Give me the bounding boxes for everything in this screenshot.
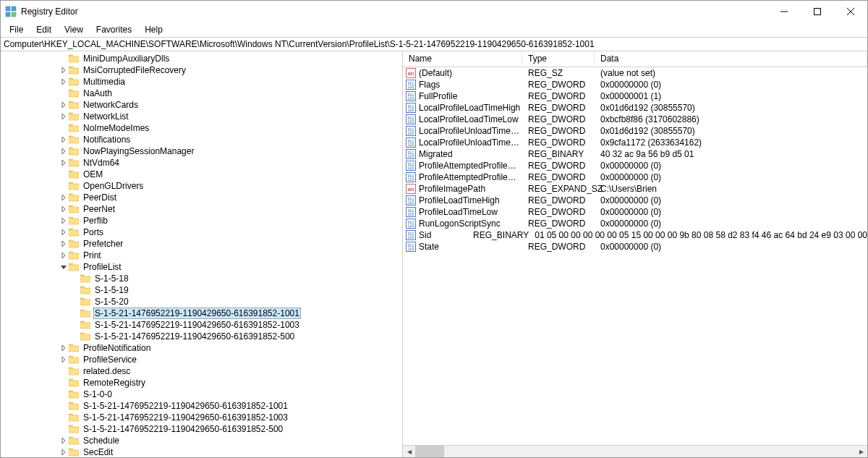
tree-row[interactable]: Print [1,250,402,261]
tree-row[interactable]: S-1-5-19 [1,284,402,296]
list-pane: Name Type Data ab(Default)REG_SZ(value n… [403,51,867,457]
list-row[interactable]: 011110ProfileAttemptedProfileDownlo...RE… [403,160,867,171]
list-row[interactable]: 011110ProfileLoadTimeHighREG_DWORD0x0000… [403,195,867,206]
menu-help[interactable]: Help [139,23,169,36]
svg-text:110: 110 [408,200,414,205]
tree-row[interactable]: PeerNet [1,203,402,215]
value-type: REG_EXPAND_SZ [522,184,595,194]
list-row[interactable]: abProfileImagePathREG_EXPAND_SZC:\Users\… [403,183,867,195]
tree-row[interactable]: SecEdit [1,446,402,457]
tree-row[interactable]: Notifications [1,134,402,145]
col-data[interactable]: Data [595,51,867,67]
tree-row[interactable]: S-1-5-21-1476952219-1190429650-616391852… [1,423,402,435]
tree-row[interactable]: NaAuth [1,88,402,99]
tree-row[interactable]: NetworkCards [1,99,402,111]
tree-row[interactable]: related.desc [1,365,402,377]
list-hscroll[interactable]: ◀ ▶ [403,445,867,457]
list-row[interactable]: 011110SidREG_BINARY01 05 00 00 00 00 00 … [403,229,867,241]
chevron-right-icon[interactable] [59,345,69,351]
list-row[interactable]: 011110LocalProfileLoadTimeHighREG_DWORD0… [403,102,867,114]
tree-row[interactable]: NoImeModeImes [1,122,402,134]
list-row[interactable]: 011110LocalProfileUnloadTimeLowREG_DWORD… [403,137,867,148]
chevron-right-icon[interactable] [59,357,69,362]
tree-row[interactable]: Perflib [1,215,402,226]
tree-row[interactable]: S-1-5-20 [1,296,402,308]
tree-row[interactable]: ProfileNotification [1,342,402,354]
tree-row[interactable]: S-1-5-21-1476952219-1190429650-616391852… [1,412,402,423]
tree-item-label: OEM [82,169,104,179]
list-row[interactable]: 011110StateREG_DWORD0x00000000 (0) [403,241,867,253]
tree-row[interactable]: NetworkList [1,111,402,122]
menu-file[interactable]: File [4,23,29,36]
chevron-right-icon[interactable] [59,241,69,247]
tree-row[interactable]: RemoteRegistry [1,377,402,389]
list-row[interactable]: 011110RunLogonScriptSyncREG_DWORD0x00000… [403,218,867,229]
scroll-left-icon[interactable]: ◀ [403,446,415,458]
chevron-right-icon[interactable] [59,79,69,85]
chevron-right-icon[interactable] [59,449,69,455]
chevron-right-icon[interactable] [59,438,69,444]
value-name-cell: 011110FullProfile [403,91,522,101]
tree-row[interactable]: MsiCorruptedFileRecovery [1,64,402,76]
list-row[interactable]: 011110LocalProfileLoadTimeLowREG_DWORD0x… [403,114,867,125]
tree-pane: MiniDumpAuxiliaryDllsMsiCorruptedFileRec… [1,51,403,457]
tree-item-label: S-1-5-21-1476952219-1190429650-616391852… [93,320,301,330]
tree-row[interactable]: Prefetcher [1,238,402,250]
chevron-right-icon[interactable] [59,229,69,235]
list-row[interactable]: 011110LocalProfileUnloadTimeHighREG_DWOR… [403,125,867,137]
tree-row[interactable]: Ports [1,226,402,238]
menu-view[interactable]: View [59,23,89,36]
chevron-right-icon[interactable] [59,148,69,154]
chevron-right-icon[interactable] [59,160,69,166]
tree-row[interactable]: S-1-5-21-1476952219-1190429650-616391852… [1,319,402,331]
scroll-thumb[interactable] [415,446,444,458]
tree-row[interactable]: ProfileService [1,354,402,365]
value-type: REG_DWORD [522,219,595,229]
tree-scroll[interactable]: MiniDumpAuxiliaryDllsMsiCorruptedFileRec… [1,51,402,457]
tree-row[interactable]: Multimedia [1,76,402,88]
maximize-button[interactable] [801,1,834,22]
list-row[interactable]: 011110ProfileLoadTimeLowREG_DWORD0x00000… [403,206,867,218]
menu-favorites[interactable]: Favorites [90,23,137,36]
chevron-right-icon[interactable] [59,253,69,258]
list-row[interactable]: ab(Default)REG_SZ(value not set) [403,67,867,79]
col-type[interactable]: Type [522,51,595,67]
value-type: REG_DWORD [522,137,595,148]
close-button[interactable] [834,1,867,22]
tree-row[interactable]: S-1-5-18 [1,273,402,284]
scroll-right-icon[interactable]: ▶ [855,446,867,458]
tree-row[interactable]: MiniDumpAuxiliaryDlls [1,53,402,64]
tree-row[interactable]: S-1-0-0 [1,389,402,400]
list-row[interactable]: 011110ProfileAttemptedProfileDownlo...RE… [403,171,867,183]
tree-row[interactable]: S-1-5-21-1476952219-1190429650-616391852… [1,331,402,342]
tree-row[interactable]: OpenGLDrivers [1,180,402,192]
value-type: REG_BINARY [467,230,529,240]
chevron-right-icon[interactable] [59,195,69,200]
tree-row[interactable]: Schedule [1,435,402,446]
value-type: REG_BINARY [522,149,595,159]
chevron-down-icon[interactable] [59,264,69,270]
address-bar[interactable]: Computer\HKEY_LOCAL_MACHINE\SOFTWARE\Mic… [1,37,867,51]
tree-row[interactable]: NowPlayingSessionManager [1,145,402,157]
minimize-button[interactable] [767,1,801,22]
chevron-right-icon[interactable] [59,218,69,224]
tree-row[interactable]: OEM [1,169,402,180]
chevron-right-icon[interactable] [59,102,69,108]
list-row[interactable]: 011110MigratedREG_BINARY40 32 ac 9a 56 b… [403,148,867,160]
list-row[interactable]: 011110FlagsREG_DWORD0x00000000 (0) [403,79,867,90]
chevron-right-icon[interactable] [59,206,69,212]
list-row[interactable]: 011110FullProfileREG_DWORD0x00000001 (1) [403,90,867,102]
tree-item-label: ProfileNotification [82,343,152,353]
chevron-right-icon[interactable] [59,114,69,119]
chevron-right-icon[interactable] [59,67,69,73]
menu-edit[interactable]: Edit [30,23,57,36]
col-name[interactable]: Name [403,51,522,67]
tree-row[interactable]: S-1-5-21-1476952219-1190429650-616391852… [1,308,402,319]
tree-row[interactable]: PeerDist [1,192,402,203]
list-body[interactable]: ab(Default)REG_SZ(value not set)011110Fl… [403,67,867,445]
tree-row[interactable]: S-1-5-21-1476952219-1190429650-616391852… [1,400,402,412]
tree-row[interactable]: ProfileList [1,261,402,273]
tree-row[interactable]: NtVdm64 [1,157,402,169]
chevron-right-icon[interactable] [59,137,69,143]
svg-text:110: 110 [408,119,414,124]
